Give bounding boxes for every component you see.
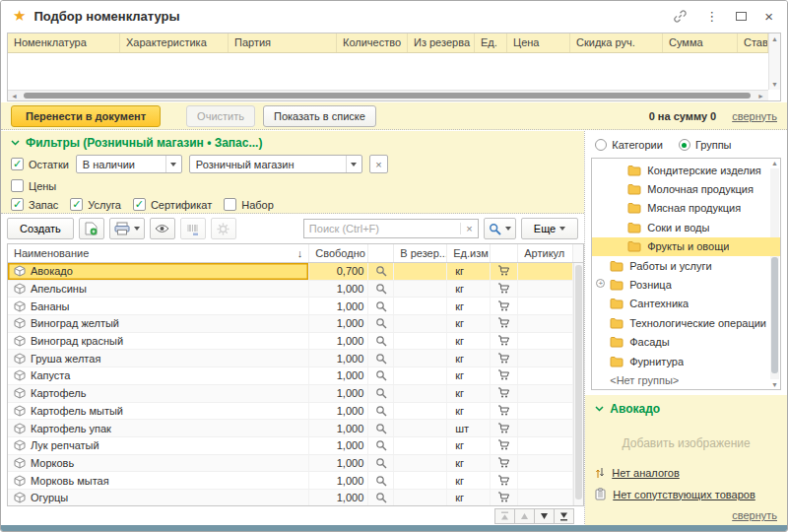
table-row[interactable]: Бананы1,000кг [8, 298, 583, 315]
doc-column-6[interactable]: Цена [507, 33, 570, 52]
item-name-cell[interactable]: Авокадо [8, 263, 309, 280]
table-row[interactable]: Картофель упак1,000шт [8, 420, 583, 437]
collapse-bottom-link[interactable]: свернуть [732, 509, 777, 521]
tree-item-4[interactable]: Фрукты и овощи [592, 237, 780, 256]
tree-item-11[interactable]: <Нет группы> [592, 370, 780, 389]
add-to-cart-button[interactable] [491, 455, 518, 472]
table-row[interactable]: Картофель1,000кг [8, 385, 583, 403]
reserve-lookup-button[interactable] [368, 315, 394, 332]
doc-table-vertical-scrollbar[interactable]: ▲▼ [768, 33, 780, 90]
item-name-cell[interactable]: Лук репчатый [8, 437, 309, 454]
groups-radio[interactable]: Группы [679, 139, 732, 151]
doc-column-5[interactable]: Ед. [475, 33, 507, 52]
add-to-cart-button[interactable] [491, 367, 518, 384]
filters-header[interactable]: Фильтры (Розничный магазин • Запас...) [11, 136, 574, 150]
reserve-lookup-button[interactable] [368, 403, 394, 420]
barcode-button[interactable] [180, 218, 206, 239]
reserve-lookup-button[interactable] [368, 263, 394, 280]
show-in-list-button[interactable]: Показать в списке [263, 105, 376, 127]
product-panel-header[interactable]: Авокадо [595, 402, 777, 416]
item-name-cell[interactable]: Груша желтая [8, 350, 309, 366]
doc-column-3[interactable]: Количество [337, 33, 408, 52]
print-button[interactable] [109, 218, 145, 239]
tree-item-9[interactable]: Фасады [592, 333, 780, 352]
doc-column-9[interactable]: Ставка [738, 33, 768, 52]
doc-column-0[interactable]: Номенклатура [8, 33, 120, 52]
column-name[interactable]: Наименование ↓ [8, 244, 309, 262]
item-name-cell[interactable]: Виноград красный [8, 333, 309, 350]
link-icon[interactable] [673, 9, 688, 24]
chevron-down-icon[interactable] [346, 156, 361, 172]
scroll-up-button[interactable] [514, 508, 535, 524]
table-row[interactable]: Морковь1,000кг [8, 455, 583, 473]
view-button[interactable] [150, 218, 175, 239]
scroll-to-bottom-button[interactable] [554, 508, 574, 524]
related-products-link[interactable]: Нет сопутствующих товаров [595, 488, 755, 500]
warehouse-clear-button[interactable]: × [369, 155, 388, 173]
collapse-top-link[interactable]: свернуть [732, 110, 777, 122]
item-name-cell[interactable]: Морковь [8, 455, 309, 472]
add-to-cart-button[interactable] [491, 263, 518, 280]
doc-column-7[interactable]: Скидка руч. [570, 33, 663, 52]
table-row[interactable]: Авокадо0,700кг [8, 263, 583, 281]
tree-item-5[interactable]: Работы и услуги [592, 256, 780, 275]
item-name-cell[interactable]: Апельсины [8, 281, 309, 298]
horizontal-scroll-thumb[interactable] [24, 93, 751, 99]
tree-item-0[interactable]: Кондитерские изделия [592, 161, 780, 179]
tree-item-1[interactable]: Молочная продукция [592, 179, 780, 198]
tree-item-2[interactable]: Мясная продукция [592, 199, 780, 218]
items-vertical-scrollbar[interactable] [573, 263, 583, 505]
table-row[interactable]: Морковь мытая1,000кг [8, 472, 583, 490]
table-row[interactable]: Капуста1,000кг [8, 367, 583, 385]
chevron-down-icon[interactable] [165, 156, 181, 172]
categories-radio[interactable]: Категории [595, 139, 663, 151]
analogs-link[interactable]: Нет аналогов [595, 467, 755, 479]
reserve-lookup-button[interactable] [368, 490, 394, 505]
doc-table-empty-body[interactable] [8, 53, 780, 90]
tree-item-7[interactable]: Сантехника [592, 295, 780, 313]
stock-filter-checkbox[interactable]: ✓ Остатки [11, 158, 69, 170]
type-filter-checkbox-1[interactable]: ✓Услуга [70, 198, 121, 211]
table-row[interactable]: Виноград красный1,000кг [8, 333, 583, 351]
reserve-lookup-button[interactable] [368, 333, 394, 350]
settings-button[interactable] [211, 218, 236, 239]
doc-column-8[interactable]: Сумма [663, 33, 738, 52]
reserve-lookup-button[interactable] [368, 367, 394, 384]
vertical-scroll-thumb[interactable] [575, 265, 582, 499]
type-filter-checkbox-3[interactable]: Набор [224, 198, 274, 211]
item-name-cell[interactable]: Бананы [8, 298, 309, 314]
doc-column-2[interactable]: Партия [229, 33, 337, 52]
expand-icon[interactable]: + [596, 279, 605, 288]
create-group-button[interactable] [79, 218, 104, 239]
add-image-placeholder[interactable]: Добавить изображение [585, 436, 787, 450]
doc-table-horizontal-scrollbar[interactable]: ◄ ► [8, 90, 768, 100]
maximize-icon[interactable] [736, 12, 747, 21]
item-name-cell[interactable]: Капуста [8, 367, 309, 384]
tree-item-10[interactable]: Фурнитура [592, 352, 780, 370]
doc-column-1[interactable]: Характеристика [120, 33, 229, 52]
reserve-lookup-button[interactable] [368, 437, 394, 454]
column-reserve[interactable]: В резер... [394, 244, 447, 262]
close-icon[interactable]: × [764, 9, 773, 24]
type-filter-checkbox-0[interactable]: ✓Запас [11, 198, 58, 211]
table-row[interactable]: Лук репчатый1,000кг [8, 437, 583, 455]
table-row[interactable]: Груша желтая1,000кг [8, 350, 583, 367]
reserve-lookup-button[interactable] [368, 298, 394, 314]
search-clear-icon[interactable]: × [460, 223, 478, 234]
scroll-right-icon[interactable]: ► [757, 93, 764, 100]
reserve-lookup-button[interactable] [368, 472, 394, 489]
add-to-cart-button[interactable] [491, 420, 518, 436]
add-to-cart-button[interactable] [491, 437, 518, 454]
reserve-lookup-button[interactable] [368, 281, 394, 298]
create-button[interactable]: Создать [7, 218, 74, 239]
item-name-cell[interactable]: Картофель упак [8, 420, 309, 436]
more-button[interactable]: Еще [521, 218, 578, 239]
add-to-cart-button[interactable] [491, 281, 518, 298]
column-article[interactable]: Артикул [518, 244, 573, 262]
search-button[interactable] [484, 218, 516, 239]
add-to-cart-button[interactable] [491, 350, 518, 366]
add-to-cart-button[interactable] [491, 298, 518, 314]
warehouse-select[interactable]: Розничный магазин [189, 155, 362, 173]
reserve-lookup-button[interactable] [368, 350, 394, 366]
column-lookup[interactable] [368, 244, 394, 262]
